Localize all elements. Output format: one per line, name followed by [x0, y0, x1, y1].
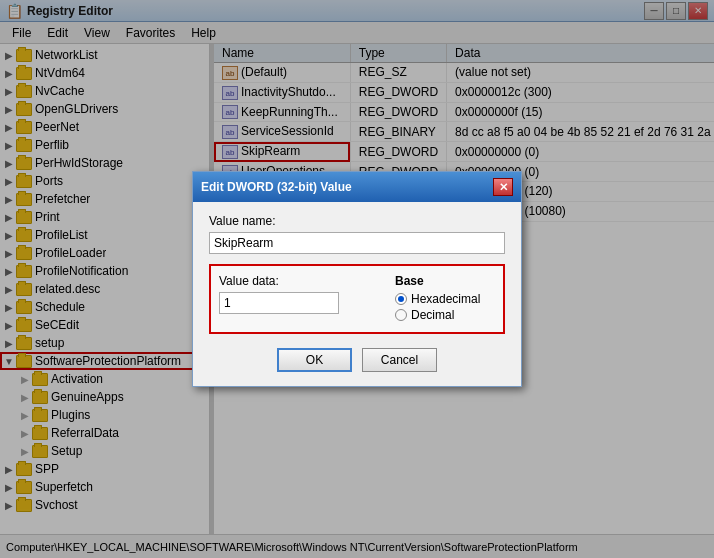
hex-radio-row[interactable]: Hexadecimal: [395, 292, 495, 306]
dialog-body: Value name: Value data: Base Hexadecimal…: [193, 202, 521, 386]
dec-radio-row[interactable]: Decimal: [395, 308, 495, 322]
value-data-section: Value data: Base Hexadecimal Decimal: [209, 264, 505, 334]
value-name-label: Value name:: [209, 214, 505, 228]
modal-overlay: Edit DWORD (32-bit) Value ✕ Value name: …: [0, 0, 714, 558]
hex-label: Hexadecimal: [411, 292, 480, 306]
dialog-title-bar: Edit DWORD (32-bit) Value ✕: [193, 172, 521, 202]
dialog-close-button[interactable]: ✕: [493, 178, 513, 196]
value-data-input[interactable]: [219, 292, 339, 314]
edit-dword-dialog: Edit DWORD (32-bit) Value ✕ Value name: …: [192, 171, 522, 387]
cancel-button[interactable]: Cancel: [362, 348, 437, 372]
value-data-left: Value data:: [219, 274, 379, 314]
hex-radio[interactable]: [395, 293, 407, 305]
base-section: Base Hexadecimal Decimal: [395, 274, 495, 324]
value-name-input[interactable]: [209, 232, 505, 254]
dec-label: Decimal: [411, 308, 454, 322]
base-label: Base: [395, 274, 495, 288]
ok-button[interactable]: OK: [277, 348, 352, 372]
dec-radio[interactable]: [395, 309, 407, 321]
value-data-label: Value data:: [219, 274, 379, 288]
dialog-title: Edit DWORD (32-bit) Value: [201, 180, 352, 194]
dialog-buttons: OK Cancel: [209, 348, 505, 372]
